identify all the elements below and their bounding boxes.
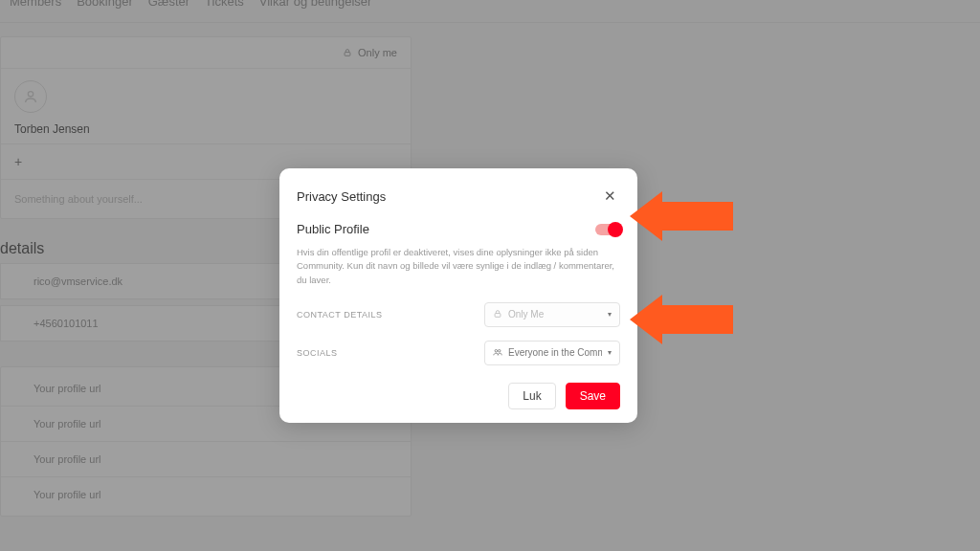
people-icon [493,347,502,359]
svg-rect-2 [495,313,501,317]
public-profile-toggle[interactable] [595,224,620,235]
contact-details-select[interactable]: Only Me ▾ [484,302,620,327]
socials-value: Everyone in the Community [508,347,602,358]
privacy-settings-modal: Privacy Settings ✕ Public Profile Hvis d… [279,168,637,423]
save-button[interactable]: Save [566,383,620,409]
svg-point-4 [498,349,501,352]
modal-title: Privacy Settings [297,189,386,204]
socials-select[interactable]: Everyone in the Community ▾ [484,341,620,365]
toggle-knob [608,222,623,237]
chevron-down-icon: ▾ [608,310,612,319]
svg-point-3 [495,349,498,352]
cancel-button[interactable]: Luk [508,383,555,409]
contact-details-value: Only Me [508,309,602,320]
public-profile-label: Public Profile [297,222,369,236]
chevron-down-icon: ▾ [608,348,612,357]
lock-icon [493,309,502,320]
public-profile-help: Hvis din offentlige profil er deaktivere… [297,246,620,287]
socials-label: SOCIALS [297,348,338,358]
contact-details-label: CONTACT DETAILS [297,310,383,320]
close-button[interactable]: ✕ [600,184,620,209]
